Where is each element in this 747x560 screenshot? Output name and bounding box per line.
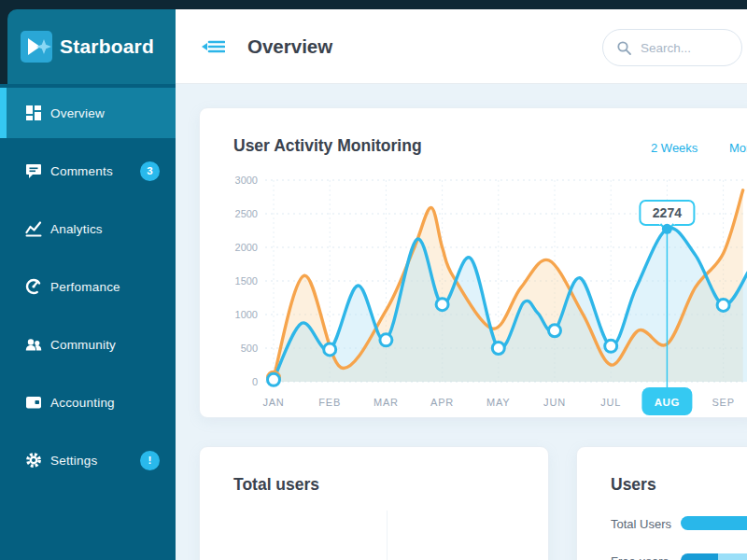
total-users-title: Total users <box>233 475 319 495</box>
chart-title: User Activity Monitoring <box>233 136 422 156</box>
starboard-logo-icon <box>21 31 52 63</box>
card-divider <box>387 511 388 560</box>
sidebar-item-accounting[interactable]: Accounting <box>0 377 176 427</box>
y-axis-tick-label: 1500 <box>235 275 258 287</box>
performance-icon <box>25 278 42 295</box>
users-progress-bar <box>681 516 747 530</box>
sidebar-item-label: Analytics <box>50 222 103 236</box>
users-row-label: Total Users <box>611 517 671 531</box>
accounting-icon <box>25 394 42 411</box>
sidebar: OverviewComments3AnalyticsPerfomanceComm… <box>0 84 176 560</box>
sidebar-item-label: Comments <box>50 164 113 178</box>
users-row-label: Free users <box>611 554 669 560</box>
users-title: Users <box>611 475 656 495</box>
sidebar-item-label: Overview <box>50 106 105 120</box>
blue-data-marker <box>380 334 392 346</box>
y-axis-tick-label: 500 <box>241 343 258 354</box>
activity-line-chart: 0500100015002000250030002274JANFEBMARAPR… <box>200 160 747 419</box>
sidebar-item-community[interactable]: Community <box>0 319 176 370</box>
users-card: Users Total UsersFree users <box>576 446 747 560</box>
y-axis-tick-label: 3000 <box>235 175 258 186</box>
sidebar-item-settings[interactable]: Settings! <box>0 435 176 485</box>
dashboard-icon <box>25 105 42 121</box>
sidebar-logo: Starboard <box>7 9 176 84</box>
sidebar-item-label: Community <box>50 338 116 352</box>
search-box[interactable] <box>602 29 742 66</box>
sidebar-item-comments[interactable]: Comments3 <box>0 146 176 196</box>
collapse-sidebar-icon[interactable] <box>201 38 225 55</box>
sidebar-item-label: Accounting <box>50 396 115 410</box>
blue-data-marker <box>436 299 448 311</box>
settings-icon <box>25 452 42 469</box>
x-axis-label[interactable]: SEP <box>712 397 734 408</box>
page-title: Overview <box>247 35 332 58</box>
total-users-card: Total users <box>199 446 549 560</box>
y-axis-tick-label: 1000 <box>235 309 258 320</box>
blue-data-marker <box>268 373 280 385</box>
analytics-icon <box>25 220 42 237</box>
x-axis-label[interactable]: JAN <box>262 397 284 408</box>
highlighted-point <box>662 224 672 234</box>
sidebar-item-analytics[interactable]: Analytics <box>0 203 176 254</box>
community-icon <box>25 336 42 353</box>
sidebar-item-label: Settings <box>50 454 97 468</box>
sidebar-item-overview[interactable]: Overview <box>0 88 176 138</box>
search-icon <box>616 40 632 56</box>
x-axis-label[interactable]: APR <box>430 397 454 408</box>
x-axis-label[interactable]: MAY <box>486 397 510 408</box>
sidebar-item-perfomance[interactable]: Perfomance <box>0 261 176 312</box>
user-activity-card: User Activity Monitoring 2 Weeks Month 0… <box>199 107 747 418</box>
app-title: Starboard <box>60 35 154 58</box>
sidebar-badge: ! <box>140 451 160 470</box>
progress-bar-segment <box>681 553 718 560</box>
tooltip-value: 2274 <box>653 205 682 220</box>
y-axis-tick-label: 2000 <box>235 242 258 253</box>
range-link-2-weeks[interactable]: 2 Weeks <box>651 141 698 155</box>
x-axis-label[interactable]: JUN <box>543 397 566 408</box>
x-axis-label[interactable]: MAR <box>374 397 399 408</box>
y-axis-tick-label: 0 <box>252 376 258 387</box>
main-header: Overview <box>176 9 747 84</box>
blue-data-marker <box>605 340 617 352</box>
blue-data-marker <box>492 343 504 355</box>
users-progress-bar <box>681 553 747 560</box>
range-link-month[interactable]: Month <box>729 141 747 155</box>
sidebar-item-label: Perfomance <box>50 280 120 294</box>
x-axis-label[interactable]: FEB <box>318 397 341 408</box>
progress-bar-segment <box>718 553 747 560</box>
blue-data-marker <box>549 325 561 337</box>
search-input[interactable] <box>641 41 725 55</box>
x-axis-label-selected[interactable]: AUG <box>655 397 680 408</box>
sidebar-badge: 3 <box>140 161 160 181</box>
comments-icon <box>25 162 42 179</box>
progress-bar-segment <box>681 516 747 530</box>
blue-data-marker <box>324 343 336 356</box>
content-area: User Activity Monitoring 2 Weeks Month 0… <box>176 84 747 560</box>
x-axis-label[interactable]: JUL <box>600 397 621 408</box>
blue-data-marker <box>717 299 729 311</box>
y-axis-tick-label: 2500 <box>235 208 258 219</box>
